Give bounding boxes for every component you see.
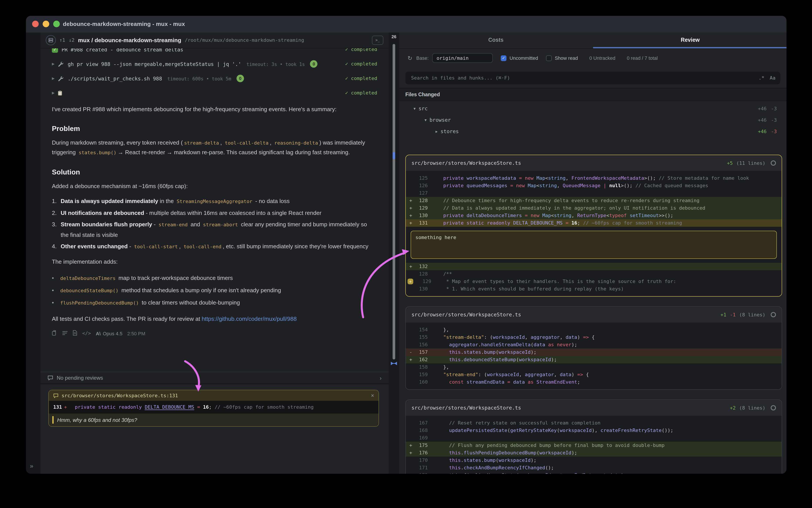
chevron-right-icon[interactable]: ▶ — [52, 91, 57, 95]
text-segment: map to track per-workspace debounce time… — [117, 274, 233, 281]
read-indicator-icon[interactable] — [771, 160, 776, 166]
tree-row-src[interactable]: ▼src+46-3 — [399, 103, 786, 114]
diff-gutter: +176 — [406, 450, 431, 456]
diff-line[interactable]: 159 "stream-end": (workspaceId, aggregat… — [406, 371, 782, 378]
scrollbar-thumb[interactable] — [393, 152, 395, 159]
diff-line[interactable]: 125 private workspaceMetadata = new Map<… — [406, 174, 782, 182]
copy-icon[interactable] — [52, 330, 57, 337]
show-read-checkbox[interactable] — [546, 55, 552, 61]
diff-line[interactable]: 127 — [406, 189, 782, 197]
bullet-list: •deltaDebounceTimers map to track per-wo… — [52, 272, 377, 309]
refresh-icon[interactable]: ↻ — [408, 55, 412, 61]
read-indicator-icon[interactable] — [771, 405, 776, 411]
scrollbar-track[interactable] — [393, 44, 395, 359]
task-row[interactable]: ▶./scripts/wait_pr_checks.sh 988timeout:… — [52, 71, 377, 86]
comment-draft-row[interactable]: Hmm, why a 60fps and not 30fps? — [49, 414, 378, 426]
chevron-down-icon[interactable]: ▼ — [411, 107, 418, 111]
show-read-label[interactable]: Show read — [555, 55, 578, 60]
chevron-right-icon[interactable]: ▶ — [52, 62, 57, 66]
project-branch[interactable]: mux / debounce-markdown-streaming — [78, 37, 181, 43]
diff-icon[interactable] — [62, 330, 68, 336]
diff-line[interactable]: 167 // Reset retry state on successful s… — [406, 419, 782, 427]
diff-line[interactable]: +128 // Debounce timers for high-frequen… — [406, 197, 782, 204]
diff-gutter: +129 — [406, 205, 431, 211]
diff-gutter: +162 — [406, 357, 431, 363]
code-text: this.finalizeUsageStats(workspaceId, str… — [431, 472, 627, 474]
base-branch-input[interactable] — [432, 53, 493, 63]
diff-line[interactable]: 126 private queuedMessages = new Map<str… — [406, 182, 782, 189]
uncommitted-checkbox[interactable]: ✓ — [501, 55, 506, 61]
diff-line[interactable]: +129 // Data is always updated immediate… — [406, 204, 782, 212]
uncommitted-label[interactable]: Uncommitted — [510, 55, 538, 60]
diff-line[interactable]: 172 this.finalizeUsageStats(workspaceId,… — [406, 471, 782, 474]
diff-sign: + — [409, 442, 415, 448]
chevron-right-icon[interactable]: › — [380, 375, 381, 381]
search-input[interactable] — [410, 75, 753, 81]
document-icon[interactable] — [73, 330, 77, 337]
chevron-right-icon[interactable]: ▶ — [433, 129, 441, 133]
resize-handle-icon[interactable] — [391, 359, 397, 367]
link[interactable]: https://github.com/coder/mux/pull/988 — [202, 315, 297, 322]
task-row[interactable]: ▶✓ completed — [52, 86, 377, 100]
diff-file-header[interactable]: src/browser/stores/WorkspaceStore.ts+1-1… — [406, 307, 782, 323]
diff-line[interactable]: +131 private static readonly DELTA_DEBOU… — [406, 219, 782, 227]
diff-line[interactable]: 128 /** — [406, 270, 782, 278]
diff-line[interactable]: 130 * 1. Which events should be buffered… — [406, 285, 782, 293]
list-number: 2. — [52, 208, 61, 218]
expand-sidebar-button[interactable]: » — [30, 462, 33, 469]
diff-cards: src/browser/stores/WorkspaceStore.ts+5(1… — [405, 155, 782, 474]
diff-line[interactable]: +176 this.flushPendingDebouncedBump(work… — [406, 449, 782, 457]
chevron-right-icon[interactable]: ▶ — [52, 77, 57, 80]
diff-file-header[interactable]: src/browser/stores/WorkspaceStore.ts+2(8… — [406, 400, 782, 416]
maximize-button[interactable] — [53, 20, 60, 27]
line-number: 168 — [415, 428, 428, 433]
inline-comment-editor[interactable]: something here — [411, 231, 777, 259]
close-icon[interactable]: × — [371, 392, 374, 398]
pending-reviews-bar[interactable]: No pending reviews › — [40, 372, 389, 384]
regex-toggle[interactable]: .* — [759, 75, 765, 81]
diff-line[interactable]: 168 updatePersistedState(getRetryStateKe… — [406, 427, 782, 434]
diff-line[interactable]: +130 private deltaDebounceTimers = new M… — [406, 212, 782, 219]
case-toggle[interactable]: Aa — [770, 75, 776, 81]
read-indicator-icon[interactable] — [771, 312, 776, 317]
close-button[interactable] — [32, 20, 39, 27]
active-tab-indicator — [593, 47, 786, 48]
tab-costs[interactable]: Costs — [478, 37, 514, 43]
comment-marker-icon[interactable]: + — [408, 279, 413, 284]
task-row[interactable]: ▶gh pr view 988 --json mergeable,mergeSt… — [52, 57, 377, 71]
workspace-icon[interactable] — [46, 35, 56, 45]
chat-scroll-area[interactable]: ✓PR #988 created - debounce stream delta… — [40, 48, 389, 372]
diff-line[interactable]: 170 this.states.bump(workspaceId); — [406, 457, 782, 464]
diff-file-header[interactable]: src/browser/stores/WorkspaceStore.ts+5(1… — [406, 155, 782, 171]
diff-line[interactable]: 155 "stream-delta": (workspaceId, aggreg… — [406, 334, 782, 341]
code-text: "stream-delta": (workspaceId, aggregator… — [431, 334, 595, 340]
tab-review[interactable]: Review — [673, 37, 708, 43]
diff-line[interactable]: +162 this.debouncedStateBump(workspaceId… — [406, 356, 782, 364]
line-number: 131 — [415, 220, 428, 226]
review-comment-card[interactable]: src/browser/stores/WorkspaceStore.ts:131… — [48, 390, 379, 427]
code-text: private queuedMessages = new Map<string,… — [431, 183, 708, 188]
diff-line[interactable]: 171 this.checkAndBumpRecencyIfChanged(); — [406, 464, 782, 471]
terminal-button[interactable]: >_ — [372, 36, 383, 45]
code-text: this.states.bump(workspaceId); — [431, 349, 536, 355]
code-icon[interactable]: </> — [82, 331, 91, 336]
task-status: ✓ completed — [345, 48, 377, 52]
diff-line[interactable]: +132 — [406, 263, 782, 270]
tree-row-browser[interactable]: ▼browser+46-3 — [399, 114, 786, 126]
diff-line[interactable]: 156 aggregator.handleStreamDelta(data as… — [406, 341, 782, 348]
diff-line[interactable]: 160 const streamEndData = data as Stream… — [406, 378, 782, 386]
diff-line[interactable]: 158 }, — [406, 364, 782, 371]
diff-line[interactable]: 154 }, — [406, 326, 782, 334]
diff-line[interactable]: +129 * Map of event types to their handl… — [406, 278, 782, 285]
text-segment: Added a debounce mechanism at ~16ms (60f… — [52, 182, 188, 189]
tree-row-stores[interactable]: ▶stores+46-3 — [399, 126, 786, 137]
panel-divider[interactable]: 26 — [389, 33, 399, 474]
diff-line[interactable]: +175 // Flush any pending debounced bump… — [406, 441, 782, 449]
task-row[interactable]: ✓PR #988 created - debounce stream delta… — [52, 48, 377, 57]
diff-line[interactable]: -157 this.states.bump(workspaceId); — [406, 348, 782, 356]
diff-line[interactable]: 169 — [406, 434, 782, 441]
text-segment: - — [152, 221, 157, 228]
comment-card-header[interactable]: src/browser/stores/WorkspaceStore.ts:131… — [49, 390, 378, 401]
minimize-button[interactable] — [43, 20, 49, 27]
chevron-down-icon[interactable]: ▼ — [421, 118, 430, 122]
